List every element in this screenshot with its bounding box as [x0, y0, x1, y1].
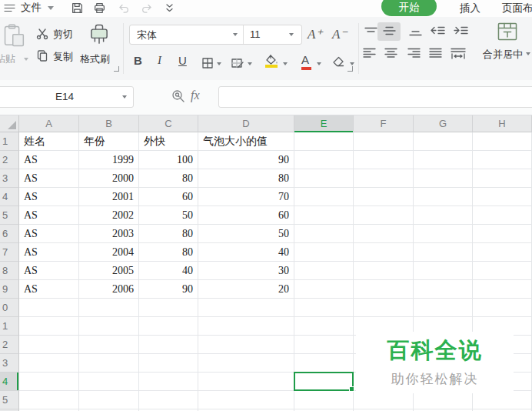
- row-header[interactable]: 7: [0, 243, 19, 262]
- font-name-caret-icon[interactable]: [233, 33, 238, 36]
- row-header[interactable]: 1: [0, 317, 19, 336]
- align-left-icon[interactable]: [363, 47, 376, 62]
- formula-input[interactable]: [218, 86, 532, 108]
- tab-page-layout[interactable]: 页面布局: [502, 2, 532, 15]
- cell[interactable]: [354, 299, 414, 317]
- cell[interactable]: [294, 336, 354, 354]
- cell[interactable]: [473, 188, 532, 206]
- cell[interactable]: [79, 336, 139, 354]
- cell[interactable]: [294, 225, 354, 243]
- cell[interactable]: [198, 391, 294, 409]
- cell[interactable]: [139, 317, 198, 336]
- cell[interactable]: [414, 225, 473, 243]
- cell[interactable]: AS: [19, 243, 79, 262]
- increase-indent-icon[interactable]: [452, 25, 469, 40]
- cell[interactable]: [294, 243, 354, 262]
- borders-icon[interactable]: [201, 57, 214, 72]
- align-top-icon[interactable]: [364, 26, 377, 40]
- font-color-caret-icon[interactable]: [317, 62, 321, 65]
- eraser-icon[interactable]: [332, 56, 346, 71]
- selected-cell-E14[interactable]: [294, 372, 354, 391]
- insert-function-icon[interactable]: fx: [191, 89, 200, 102]
- increase-font-size-button[interactable]: A⁺: [308, 26, 322, 42]
- cell[interactable]: [414, 391, 473, 409]
- cell[interactable]: 100: [139, 151, 198, 169]
- cell[interactable]: [473, 225, 532, 243]
- cell[interactable]: [79, 373, 139, 391]
- draw-border-caret-icon[interactable]: [248, 62, 252, 65]
- cell[interactable]: [414, 132, 473, 151]
- tab-insert[interactable]: 插入: [460, 2, 480, 15]
- cell[interactable]: [19, 336, 79, 354]
- cell[interactable]: AS: [19, 225, 79, 243]
- ribbon-options-chevrons-icon[interactable]: [165, 2, 175, 17]
- cell[interactable]: [414, 188, 473, 206]
- cell[interactable]: 2002: [79, 206, 139, 225]
- name-box-caret-icon[interactable]: [122, 95, 127, 99]
- fill-color-icon[interactable]: [264, 54, 279, 68]
- cell[interactable]: [414, 299, 473, 317]
- cell[interactable]: [414, 243, 473, 262]
- cell[interactable]: [294, 169, 354, 188]
- paste-caret-icon[interactable]: [24, 58, 28, 61]
- cell[interactable]: 40: [139, 262, 198, 280]
- column-header-G[interactable]: G: [414, 115, 473, 132]
- cell[interactable]: [79, 354, 139, 373]
- cell[interactable]: [294, 354, 354, 373]
- cell[interactable]: 60: [139, 188, 198, 206]
- cell[interactable]: [473, 280, 532, 299]
- align-center-icon[interactable]: [384, 47, 397, 62]
- cell[interactable]: AS: [19, 280, 79, 299]
- cell[interactable]: [414, 151, 473, 169]
- cell[interactable]: 60: [198, 206, 294, 225]
- row-header[interactable]: 3: [0, 354, 19, 373]
- cell[interactable]: [354, 280, 414, 299]
- cell[interactable]: AS: [19, 169, 79, 188]
- file-menu-caret-icon[interactable]: [48, 6, 54, 10]
- cell[interactable]: 2006: [79, 280, 139, 299]
- row-header[interactable]: 2: [0, 336, 19, 354]
- cell[interactable]: [139, 336, 198, 354]
- cell[interactable]: [473, 206, 532, 225]
- cell[interactable]: [354, 151, 414, 169]
- cell[interactable]: 50: [198, 225, 294, 243]
- cell[interactable]: 2005: [79, 262, 139, 280]
- cut-button[interactable]: 剪切: [35, 27, 49, 44]
- cell[interactable]: AS: [19, 151, 79, 169]
- cell[interactable]: 外快: [139, 132, 198, 151]
- font-dialog-launcher-icon[interactable]: [347, 66, 353, 72]
- cell[interactable]: [294, 262, 354, 280]
- align-right-icon[interactable]: [407, 47, 421, 62]
- cell[interactable]: [294, 188, 354, 206]
- cell[interactable]: [473, 151, 532, 169]
- cell[interactable]: 90: [198, 151, 294, 169]
- column-header-A[interactable]: A: [19, 115, 79, 132]
- justify-icon[interactable]: [429, 47, 442, 62]
- row-header[interactable]: 3: [0, 169, 19, 188]
- eraser-caret-icon[interactable]: [350, 62, 354, 65]
- cell[interactable]: [198, 354, 294, 373]
- cell[interactable]: 年份: [79, 132, 139, 151]
- distribute-text-icon[interactable]: [451, 47, 466, 62]
- cell[interactable]: AS: [19, 262, 79, 280]
- draw-border-icon[interactable]: [231, 57, 244, 72]
- column-header-H[interactable]: H: [473, 115, 532, 132]
- cell[interactable]: [354, 206, 414, 225]
- cell[interactable]: [19, 354, 79, 373]
- bold-button[interactable]: B: [134, 54, 142, 67]
- cell[interactable]: [294, 151, 354, 169]
- cell[interactable]: 2004: [79, 243, 139, 262]
- decrease-indent-icon[interactable]: [429, 25, 446, 40]
- cell[interactable]: [294, 299, 354, 317]
- cell[interactable]: [414, 169, 473, 188]
- print-icon[interactable]: [93, 2, 106, 18]
- cell[interactable]: [19, 299, 79, 317]
- clipboard-dialog-launcher-icon[interactable]: [114, 66, 119, 72]
- redo-icon[interactable]: [141, 2, 153, 17]
- cell[interactable]: 50: [139, 206, 198, 225]
- cell[interactable]: [19, 373, 79, 391]
- cell[interactable]: [139, 299, 198, 317]
- cell[interactable]: [294, 317, 354, 336]
- cell[interactable]: 80: [139, 225, 198, 243]
- fill-handle[interactable]: [349, 386, 354, 392]
